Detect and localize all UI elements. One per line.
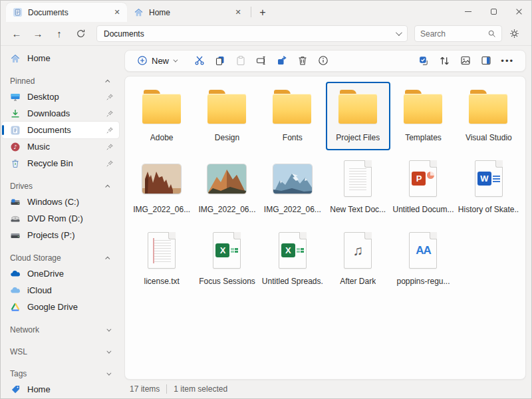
maximize-icon — [491, 9, 497, 15]
icloud-icon — [10, 285, 21, 296]
address-dropdown-icon[interactable] — [396, 29, 402, 36]
pin-icon[interactable] — [106, 126, 114, 134]
text-file-tile[interactable]: New Text Doc... — [326, 154, 390, 222]
tab-home[interactable]: Home ✕ — [127, 3, 248, 22]
close-button[interactable] — [506, 1, 531, 22]
photo-thumbnail — [207, 157, 246, 201]
excel-file-tile[interactable]: X Untitled Spreads... — [260, 225, 325, 294]
pin-icon[interactable] — [106, 160, 114, 168]
cut-button[interactable] — [189, 52, 209, 69]
paste-button[interactable] — [230, 52, 251, 69]
sidebar-item-home[interactable]: Home — [2, 50, 119, 66]
search-input[interactable] — [420, 29, 483, 39]
image-tile[interactable]: IMG_2022_06... — [195, 154, 259, 222]
home-icon — [10, 53, 21, 64]
sidebar-item-label: Recycle Bin — [27, 158, 99, 168]
sidebar-item-icloud[interactable]: iCloud — [2, 282, 119, 299]
address-bar[interactable]: Documents — [96, 25, 408, 42]
music-icon: ♪ — [10, 142, 21, 152]
select-multiple-button[interactable] — [414, 52, 434, 69]
forward-button[interactable]: → — [29, 25, 47, 43]
sidebar-item-onedrive[interactable]: OneDrive — [2, 265, 119, 282]
pin-icon[interactable] — [106, 93, 114, 101]
file-name: After Dark — [340, 277, 376, 286]
text-file-tile[interactable]: license.txt — [130, 225, 194, 294]
up-button[interactable]: ↑ — [50, 25, 68, 43]
sidebar-item-windows-c[interactable]: Windows (C:) — [2, 194, 119, 210]
audio-file-tile[interactable]: ♫ After Dark — [326, 225, 390, 294]
excel-file-tile[interactable]: X Focus Sessions — [195, 225, 259, 294]
sidebar-section-drives[interactable]: Drives — [2, 179, 119, 194]
new-button[interactable]: New — [132, 52, 181, 69]
properties-button[interactable] — [313, 52, 333, 69]
preview-pane-icon — [480, 55, 491, 66]
back-button[interactable]: ← — [7, 25, 26, 43]
sidebar-section-wsl[interactable]: WSL — [2, 344, 119, 359]
folder-tile-templates[interactable]: Templates — [391, 82, 456, 150]
share-button[interactable] — [271, 52, 292, 69]
more-options-button[interactable]: ••• — [496, 52, 519, 69]
folder-icon — [338, 85, 378, 129]
delete-button[interactable] — [292, 52, 313, 69]
drive-windows-icon — [10, 197, 21, 207]
downloads-icon — [10, 108, 21, 119]
chevron-down-icon — [106, 370, 111, 375]
sidebar-item-desktop[interactable]: Desktop — [2, 88, 119, 105]
font-file-icon: AA — [409, 229, 437, 273]
sort-button[interactable] — [434, 52, 455, 69]
folder-tile-project-files-selected[interactable]: Project Files — [326, 82, 390, 150]
folder-tile-visual-studio[interactable]: Visual Studio — [456, 82, 521, 150]
rename-button[interactable] — [251, 52, 271, 69]
tab-close-icon[interactable]: ✕ — [111, 7, 123, 19]
sidebar-item-dvd-d[interactable]: DVD Rom (D:) — [2, 210, 119, 227]
sidebar-section-cloud-storage[interactable]: Cloud Storage — [2, 251, 119, 265]
sidebar-item-documents[interactable]: Documents — [2, 122, 119, 138]
tab-label: Documents — [28, 8, 106, 17]
folder-icon — [403, 85, 444, 129]
home-tab-icon — [134, 7, 144, 17]
preview-pane-button[interactable] — [475, 52, 496, 69]
sidebar-item-music[interactable]: ♪ Music — [2, 138, 119, 155]
image-tile[interactable]: IMG_2022_06... — [130, 154, 194, 222]
file-grid: Adobe Design Fonts Project Files Templat… — [129, 82, 521, 294]
file-name: poppins-regu... — [396, 277, 450, 286]
sidebar-item-recycle-bin[interactable]: Recycle Bin — [2, 155, 119, 172]
file-name: Visual Studio — [466, 133, 512, 142]
font-file-tile[interactable]: AA poppins-regu... — [391, 225, 456, 294]
file-name: Fonts — [283, 133, 303, 142]
excel-file-icon: X — [213, 229, 241, 273]
main-panel: New — [122, 46, 531, 398]
powerpoint-file-tile[interactable]: P Untitled Docum... — [391, 154, 456, 222]
sidebar-section-tags[interactable]: Tags — [2, 366, 119, 381]
file-name: Project Files — [336, 133, 380, 142]
folder-icon — [142, 85, 182, 129]
search-box[interactable] — [414, 25, 502, 42]
new-tab-button[interactable]: + — [254, 5, 271, 21]
word-file-tile[interactable]: W History of Skate... — [456, 154, 521, 222]
sidebar-item-label: iCloud — [27, 285, 115, 295]
chevron-up-icon — [105, 184, 110, 189]
folder-tile-design[interactable]: Design — [195, 82, 259, 150]
folder-tile-fonts[interactable]: Fonts — [260, 82, 325, 150]
refresh-button[interactable] — [71, 25, 90, 43]
sidebar-item-downloads[interactable]: Downloads — [2, 105, 119, 122]
tab-documents[interactable]: Documents ✕ — [6, 3, 127, 22]
sort-icon — [439, 55, 450, 66]
minimize-button[interactable] — [456, 1, 481, 22]
file-name: Untitled Spreads... — [262, 277, 323, 286]
copy-button[interactable] — [209, 52, 230, 69]
sidebar-item-google-drive[interactable]: Google Drive — [2, 299, 119, 315]
view-button[interactable] — [455, 52, 475, 69]
pin-icon[interactable] — [106, 143, 114, 151]
pin-icon[interactable] — [106, 110, 114, 118]
sidebar-section-network[interactable]: Network — [2, 323, 119, 337]
tab-close-icon[interactable]: ✕ — [232, 7, 244, 19]
sidebar-item-projects-p[interactable]: Projects (P:) — [2, 227, 119, 243]
sidebar-section-pinned[interactable]: Pinned — [2, 74, 119, 88]
folder-tile-adobe[interactable]: Adobe — [130, 82, 194, 150]
settings-button[interactable] — [505, 25, 523, 43]
image-tile[interactable]: IMG_2022_06... — [260, 154, 325, 222]
section-label: Cloud Storage — [10, 253, 106, 263]
sidebar-item-tag-home[interactable]: Home — [2, 381, 119, 398]
maximize-button[interactable] — [481, 1, 506, 22]
